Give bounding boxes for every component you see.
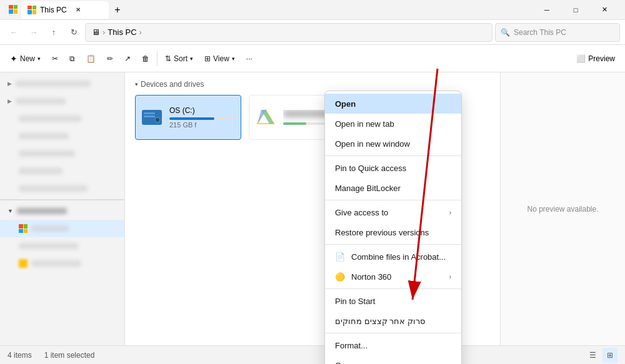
svg-rect-1 [144,112,155,114]
new-label: New [20,54,35,63]
sidebar-item-6[interactable] [0,162,124,180]
sidebar-item-label [16,81,91,87]
window-controls: ─ □ ✕ [532,0,619,20]
preview-pane: No preview available. [500,72,625,345]
breadcrumb[interactable]: 🖥 › This PC › [85,23,492,42]
context-item-open-new-window[interactable]: Open in new window [325,134,461,154]
copy-toolbar-button[interactable]: ⧉ [64,49,80,69]
view-icon: ⊞ [204,54,211,63]
forward-button[interactable]: → [25,24,42,41]
tab-label: This PC [40,6,67,14]
section-header: ▾ Devices and drives [135,80,490,89]
context-item-restore[interactable]: Restore previous versions [325,222,461,242]
status-bar: 4 items 1 item selected ☰ ⊞ [0,345,625,364]
sidebar-item-expand[interactable]: ▼ [0,202,124,220]
share-button[interactable]: ↗ [119,49,136,69]
chevron-section-icon: ▾ [135,81,138,87]
sidebar-item-10[interactable] [0,255,124,272]
context-open-new-window-label: Open in new window [335,139,410,149]
search-placeholder: Search This PC [514,28,566,37]
sidebar-item-thispc[interactable] [0,220,124,237]
breadcrumb-thispc[interactable]: This PC [108,27,136,37]
drive-c-info: OS (C:) 215 GB f [169,106,236,129]
minimize-button[interactable]: ─ [532,0,561,20]
sidebar-item-7[interactable] [0,180,124,197]
delete-button[interactable]: 🗑 [137,49,154,69]
active-tab[interactable]: This PC ✕ [21,1,109,19]
context-scan-label: סרוק אחר קצצים מחוקים [335,317,425,326]
context-item-norton[interactable]: 🟡 Norton 360 › [325,267,461,287]
sidebar-separator [0,199,124,200]
context-format-label: Format... [335,341,368,350]
more-button[interactable]: ··· [241,49,258,69]
sidebar-item-label-6 [19,168,62,174]
sort-button[interactable]: ⇅ Sort ▾ [160,49,198,69]
context-open-label: Open [335,99,356,109]
context-open-new-tab-label: Open in new tab [335,119,394,129]
paste-button[interactable]: 📋 [81,49,101,69]
rename-icon: ✏ [107,54,113,63]
submenu-arrow-1: › [449,209,451,216]
drive-h-bar-fill [283,122,306,125]
view-toggles: ☰ ⊞ [585,348,618,363]
context-acrobat-label: Combine files in Acrobat... [351,252,446,262]
context-item-bitlocker[interactable]: Manage BitLocker [325,178,461,198]
sidebar-item-4[interactable] [0,127,124,145]
main-area: ▶ ▶ ▼ [0,72,625,345]
back-button[interactable]: ← [5,24,22,41]
context-item-copy[interactable]: Copy [325,355,461,364]
context-item-scan[interactable]: סרוק אחר קצצים מחוקים [325,311,461,331]
drive-c-name: OS (C:) [169,106,236,115]
view-label: View [213,54,229,63]
tab-icon [28,6,36,14]
sidebar-item-1[interactable]: ▶ [0,75,124,92]
context-give-access-label: Give access to [335,208,388,217]
sidebar-item-9[interactable] [0,237,124,255]
sort-label: Sort [174,54,188,63]
sidebar-item-5[interactable] [0,145,124,162]
context-item-pin-start[interactable]: Pin to Start [325,291,461,311]
close-button[interactable]: ✕ [590,0,619,20]
context-bitlocker-label: Manage BitLocker [335,184,401,193]
sidebar-section-label [17,208,67,214]
context-item-open[interactable]: Open [325,94,461,114]
tab-close-button[interactable]: ✕ [73,5,83,15]
sidebar-item-label-5 [19,150,75,157]
sidebar: ▶ ▶ ▼ [0,72,125,345]
new-chevron-icon: ▾ [38,56,41,62]
rename-toolbar-button[interactable]: ✏ [102,49,118,69]
cut-button[interactable]: ✂ [47,49,63,69]
selected-count: 1 item selected [44,351,95,360]
toolbar-divider [157,51,158,66]
context-item-give-access[interactable]: Give access to › [325,202,461,222]
new-icon: ✦ [10,54,18,64]
sidebar-item-label-7 [19,185,88,192]
up-button[interactable]: ↑ [45,24,62,41]
refresh-button[interactable]: ↻ [65,24,82,41]
search-box[interactable]: 🔍 Search This PC [495,23,620,42]
grid-view-icon: ⊞ [607,351,613,360]
context-item-format[interactable]: Format... [325,335,461,355]
cut-icon: ✂ [52,54,58,63]
paste-icon: 📋 [86,54,96,63]
sidebar-item-3[interactable] [0,110,124,127]
view-button[interactable]: ⊞ View ▾ [199,49,240,69]
norton-icon: 🟡 [335,272,345,282]
list-view-toggle[interactable]: ☰ [585,348,600,363]
acrobat-icon: 📄 [335,252,345,262]
context-item-acrobat[interactable]: 📄 Combine files in Acrobat... [325,247,461,267]
svg-rect-2 [144,116,155,117]
sidebar-item-2[interactable]: ▶ [0,92,124,110]
context-item-open-new-tab[interactable]: Open in new tab [325,114,461,134]
item-icon-yellow [19,259,28,268]
context-item-pin-quick[interactable]: Pin to Quick access [325,158,461,178]
new-tab-button[interactable]: + [109,1,126,19]
preview-button[interactable]: ⬜ Preview [571,49,620,69]
drive-c-size: 215 GB f [169,121,236,129]
new-button[interactable]: ✦ New ▾ [5,49,46,69]
grid-view-toggle[interactable]: ⊞ [602,348,618,363]
maximize-button[interactable]: □ [561,0,590,20]
svg-point-3 [155,117,160,122]
drive-c[interactable]: OS (C:) 215 GB f [135,95,241,140]
search-icon: 🔍 [501,28,510,37]
